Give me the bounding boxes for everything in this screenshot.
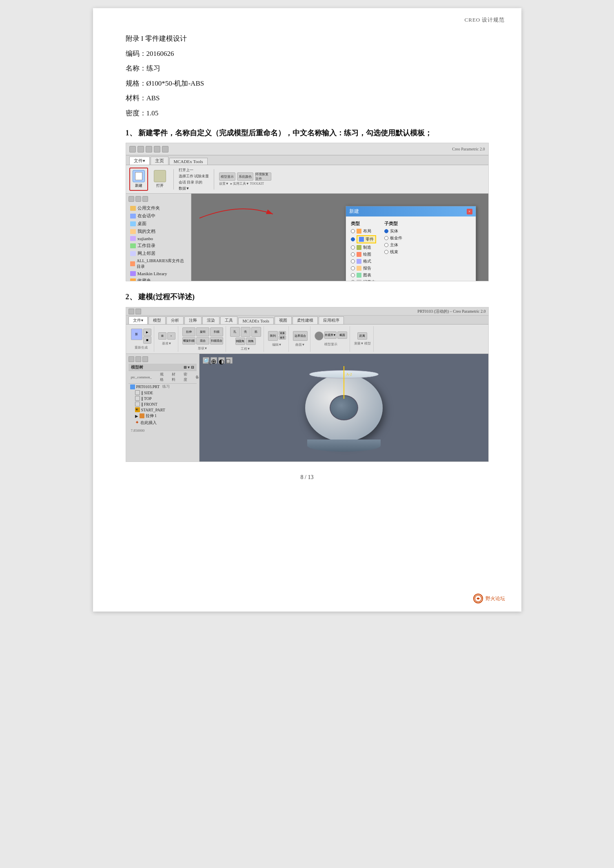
- format-icon: [357, 259, 361, 264]
- new-btn-label[interactable]: 新建: [135, 183, 142, 188]
- ss2-tab-view[interactable]: 视图: [275, 316, 292, 324]
- type-notepad: 记事本: [351, 279, 376, 281]
- sidebar-item-network[interactable]: 网上邻居: [129, 250, 188, 257]
- sidebar-item-favorites[interactable]: 收藏夹: [129, 277, 188, 281]
- tree-item-insert-here[interactable]: ✦ 在此插入: [133, 419, 197, 426]
- ss2-tab-file[interactable]: 文件▾: [129, 316, 148, 324]
- insert-here-label: 在此插入: [140, 420, 157, 426]
- round-btn[interactable]: 倒圆角: [235, 338, 245, 345]
- ss2-save-btn[interactable]: ◼: [143, 336, 151, 344]
- name-label: 名称：: [126, 64, 146, 72]
- spec-label: 规格：: [126, 80, 146, 87]
- donut-bottom-face: [307, 440, 381, 452]
- tree-mini-btn-2[interactable]: [135, 356, 141, 362]
- radio-layout[interactable]: [351, 229, 355, 233]
- tree-item-top[interactable]: ∥ TOP: [133, 395, 197, 401]
- ss2-new-btn[interactable]: 新: [131, 329, 142, 340]
- tree-mini-btn-3[interactable]: [142, 356, 148, 362]
- mirror-btn[interactable]: 镜像: [279, 331, 286, 335]
- sidebar-item-libraries[interactable]: ALL_LIBRARIES库文件总目录: [129, 257, 188, 270]
- radio-harness[interactable]: [384, 250, 388, 254]
- extrude-btn[interactable]: 拉伸: [182, 327, 195, 336]
- helical-sweep-btn[interactable]: 螺旋扫描: [182, 337, 195, 345]
- type-col-header: 类型: [351, 221, 376, 227]
- radio-sheetmetal[interactable]: [384, 236, 388, 240]
- new-dialog: 新建 × 类型 布局: [346, 206, 476, 281]
- shell-btn[interactable]: 壳: [241, 327, 250, 337]
- hole-btn[interactable]: 孔: [230, 327, 240, 337]
- point-btn[interactable]: ×: [167, 332, 175, 340]
- tree-item-side[interactable]: ∥ SIDE: [133, 390, 197, 395]
- open-btn-label[interactable]: 打开: [156, 183, 164, 188]
- radio-format[interactable]: [351, 259, 355, 263]
- section-btn[interactable]: 截面: [337, 331, 347, 339]
- ss2-open-btn[interactable]: ▶: [143, 329, 151, 336]
- sidebar-item-common-folder[interactable]: 公用文件夹: [129, 204, 188, 212]
- sidebar-item-mydocs[interactable]: 我的文档: [129, 227, 188, 235]
- sidebar-item-session[interactable]: 在会话中: [129, 212, 188, 220]
- type-layout: 布局: [351, 228, 376, 234]
- chamfer-btn[interactable]: 倒角: [246, 338, 256, 345]
- model-display-label: 模型显示: [324, 342, 337, 347]
- ss2-tab-analysis[interactable]: 分析: [166, 316, 184, 324]
- view-icon-4[interactable]: □: [226, 357, 233, 364]
- subtype-harness: 线束: [384, 249, 402, 255]
- model-display-btn[interactable]: 模型显示: [219, 172, 235, 181]
- mini-btn-1[interactable]: [129, 309, 134, 314]
- tree-item-extrude1[interactable]: ▶ 拉伸 1: [133, 413, 197, 419]
- toolbar-icon-2: [137, 146, 144, 152]
- sweep-btn[interactable]: 扫描: [210, 327, 223, 336]
- radio-report[interactable]: [351, 266, 355, 270]
- radio-chart[interactable]: [351, 273, 355, 277]
- env-restore-btn[interactable]: 环境恢复 文件: [255, 172, 271, 181]
- plane-btn[interactable]: ⊞: [158, 332, 166, 340]
- trim-btn[interactable]: 修剪: [279, 336, 286, 340]
- type-drawing: 绘图: [351, 252, 376, 257]
- sidebar-item-workdir[interactable]: 工作目录: [129, 242, 188, 250]
- ss2-tab-tools[interactable]: 工具: [220, 316, 237, 324]
- sweep-blend-btn[interactable]: 扫描混合: [210, 337, 223, 345]
- ss2-tab-model[interactable]: 模型: [149, 316, 166, 324]
- ss2-tab-mcadex[interactable]: MCADEx Tools: [238, 318, 274, 324]
- sidebar-item-manikin[interactable]: Manikin Library: [129, 270, 188, 277]
- tab-home[interactable]: 主页: [151, 157, 168, 165]
- tree-mini-btn-1[interactable]: [129, 356, 134, 362]
- blend-btn[interactable]: 混合: [196, 337, 209, 345]
- radio-body[interactable]: [384, 243, 388, 247]
- ribbon-group-surface: 边界混合 曲面▼: [290, 326, 310, 352]
- sidebar-item-common-folder-label: 公用文件夹: [137, 205, 160, 211]
- tree-item-prt0103[interactable]: PRT0103.PRT 练习: [129, 384, 197, 390]
- report-label: 报告: [363, 265, 371, 271]
- appearance-btn[interactable]: 外观率▼: [324, 331, 337, 339]
- distance-btn[interactable]: 距离: [357, 332, 367, 340]
- axis-line: [344, 366, 344, 399]
- ss2-tab-apps[interactable]: 应用程序: [319, 316, 344, 324]
- view-icon-1[interactable]: 🔍: [203, 357, 209, 364]
- radio-notepad[interactable]: [351, 280, 355, 281]
- col-material: 材料: [172, 372, 175, 382]
- ss2-tab-flexible[interactable]: 柔性建模: [293, 316, 318, 324]
- sidebar-item-desktop[interactable]: 桌面: [129, 220, 188, 227]
- dialog-close-button[interactable]: ×: [467, 209, 472, 214]
- ss2-tab-annotate[interactable]: 注释: [184, 316, 202, 324]
- view-icon-2[interactable]: ⊕: [211, 357, 217, 364]
- pattern-btn[interactable]: 阵列: [268, 331, 278, 341]
- tree-item-front[interactable]: ∥ FRONT: [133, 401, 197, 407]
- ss2-tab-render[interactable]: 渲染: [202, 316, 219, 324]
- rib-btn[interactable]: 筋: [251, 327, 261, 337]
- radio-manufacture[interactable]: [351, 245, 355, 250]
- mini-btn-2[interactable]: [135, 309, 141, 314]
- radio-solid[interactable]: [384, 229, 388, 233]
- tree-item-start-part[interactable]: ✶ START_PART: [133, 407, 197, 413]
- sphere-btn[interactable]: [315, 331, 324, 340]
- tab-mcadex[interactable]: MCADEx Tools: [169, 158, 208, 165]
- system-color-btn[interactable]: 系统颜色: [237, 172, 253, 181]
- revolve-btn[interactable]: 旋转: [196, 327, 209, 336]
- radio-part[interactable]: [351, 237, 355, 241]
- sidebar-item-xujianbo[interactable]: xujianbo: [129, 235, 188, 242]
- tab-file[interactable]: 文件▾: [129, 157, 150, 165]
- boundary-merge-btn[interactable]: 边界混合: [293, 331, 308, 341]
- view-icon-3[interactable]: ◐: [218, 357, 225, 364]
- 3d-donut-model: A-2: [303, 371, 385, 444]
- radio-drawing[interactable]: [351, 252, 355, 256]
